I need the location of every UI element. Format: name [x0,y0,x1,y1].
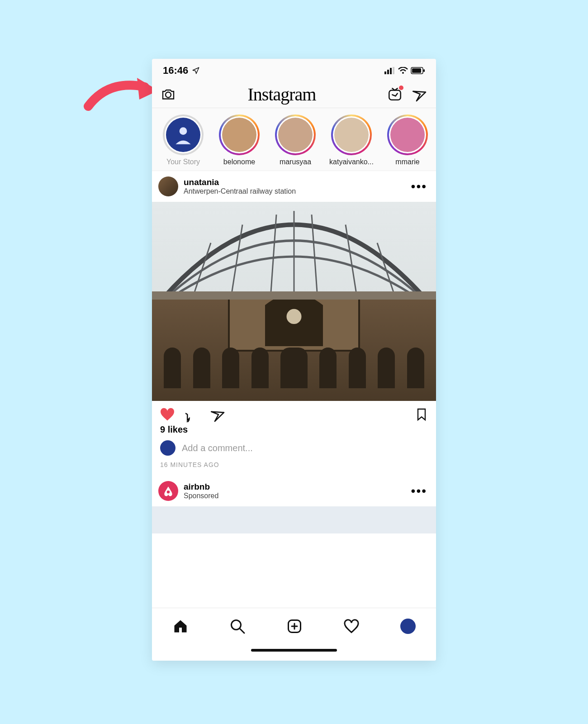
story-label: marusyaa [280,158,311,166]
profile-avatar-icon [400,619,416,634]
svg-rect-6 [412,68,421,73]
story-label: Your Story [166,158,200,166]
stories-tray[interactable]: Your Story belonome marusyaa katyaivanko… [152,108,436,171]
post-more-button[interactable]: ••• [408,179,430,194]
home-indicator [152,644,436,661]
bottom-nav [152,608,436,644]
nav-home[interactable] [172,618,189,634]
post-time-ago: 16 MINUTES AGO [152,459,436,476]
svg-point-8 [166,92,171,98]
story-label: katyaivanko... [329,158,374,166]
heart-outline-icon [343,618,360,634]
status-bar: 16:46 [152,59,436,81]
svg-point-18 [286,308,302,324]
story-item[interactable]: katyaivanko... [327,114,375,166]
story-label: mmarie [395,158,419,166]
phone-frame: 16:46 [152,59,436,661]
svg-point-19 [232,620,241,630]
nav-activity[interactable] [343,618,360,634]
status-time: 16:46 [163,65,188,76]
comment-placeholder: Add a comment... [182,443,253,453]
app-logo: Instagram [248,84,316,105]
like-button[interactable] [159,406,175,423]
heart-filled-icon [159,406,175,423]
post-username[interactable]: unatania [184,177,408,187]
bookmark-icon [414,406,429,423]
search-icon [229,618,246,634]
location-arrow-icon [192,67,200,75]
annotation-arrow [84,68,161,122]
sponsored-header: airbnb Sponsored ••• [152,476,436,506]
svg-rect-0 [384,71,386,74]
share-button[interactable] [211,407,226,422]
svg-rect-7 [423,69,425,72]
add-comment-row[interactable]: Add a comment... [152,438,436,459]
post-author-avatar[interactable] [158,176,178,196]
svg-line-20 [240,629,244,633]
top-nav: Instagram [152,81,436,108]
igtv-button[interactable] [387,86,403,102]
wifi-icon [398,67,408,74]
svg-rect-1 [387,70,389,74]
story-item[interactable]: mmarie [384,114,432,166]
sponsor-name[interactable]: airbnb [184,482,408,492]
post-location[interactable]: Antwerpen-Centraal railway station [184,187,408,195]
plus-square-icon [286,618,303,634]
save-button[interactable] [414,406,429,423]
sponsor-more-button[interactable]: ••• [408,484,430,498]
self-avatar [160,440,175,456]
nav-new-post[interactable] [286,618,303,634]
paper-plane-icon [413,86,428,102]
svg-rect-3 [393,67,394,74]
comment-button[interactable] [185,407,201,422]
person-icon [172,124,194,146]
sponsored-image[interactable] [152,506,436,533]
svg-rect-2 [390,68,392,74]
battery-icon [411,67,425,74]
likes-count[interactable]: 9 likes [152,424,436,438]
sponsor-subtitle: Sponsored [184,492,408,500]
story-item[interactable]: belonome [215,114,263,166]
camera-button[interactable] [160,86,176,102]
story-label: belonome [223,158,255,166]
story-your-story[interactable]: Your Story [159,114,207,166]
notification-dot-icon [399,86,403,90]
airbnb-icon [162,485,174,497]
paper-plane-icon [211,407,226,422]
nav-search[interactable] [229,618,246,634]
svg-rect-9 [389,90,401,100]
svg-point-4 [402,72,404,74]
camera-icon [160,86,176,102]
post-actions [152,401,436,424]
direct-messages-button[interactable] [413,86,428,102]
nav-profile[interactable] [400,619,416,634]
cellular-icon [384,67,395,74]
post-image[interactable] [152,202,436,401]
sponsor-avatar[interactable] [158,481,178,501]
story-item[interactable]: marusyaa [271,114,319,166]
post-header: unatania Antwerpen-Centraal railway stat… [152,171,436,202]
svg-point-10 [180,127,187,135]
comment-icon [185,407,201,422]
home-icon [172,618,189,634]
